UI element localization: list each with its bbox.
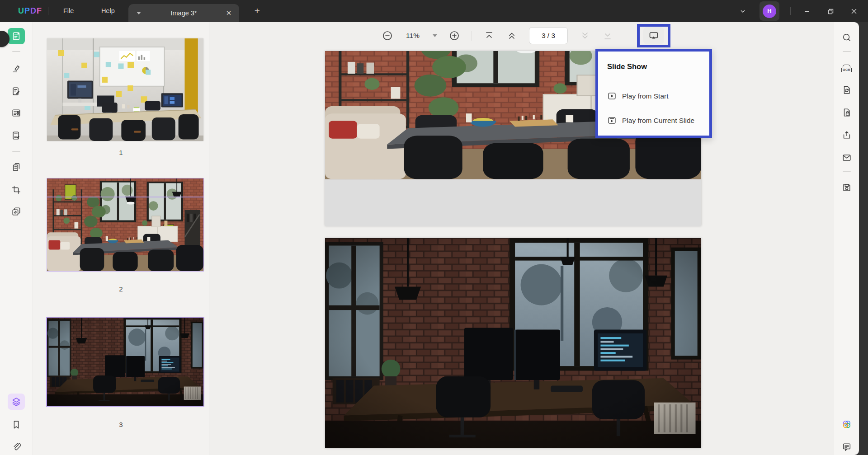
feedback-note-button[interactable]: [838, 439, 855, 455]
bookmarks-panel-button[interactable]: [8, 417, 25, 433]
thumbnail-page-2[interactable]: [47, 178, 203, 271]
crop-tool-button[interactable]: [8, 182, 25, 198]
zoom-in-button[interactable]: [449, 30, 460, 41]
organize-pages-button[interactable]: [8, 159, 25, 175]
new-tab-button[interactable]: +: [251, 5, 263, 17]
sign-tool-button[interactable]: [8, 127, 25, 144]
zoom-dropdown-icon[interactable]: [433, 34, 437, 37]
menu-item-label: Play from Current Slide: [622, 117, 694, 125]
save-button[interactable]: [838, 179, 855, 196]
menu-item-label: Play from Start: [622, 92, 669, 100]
toolbar-divider: [472, 31, 472, 41]
play-from-current-icon: [607, 116, 617, 125]
thumbnail-label-3: 3: [33, 421, 209, 428]
ocr-button[interactable]: OCR: [838, 60, 855, 76]
form-tool-button[interactable]: [8, 105, 25, 121]
tab-close-icon[interactable]: ✕: [224, 8, 234, 18]
avatar: H: [763, 5, 776, 18]
menu-file[interactable]: File: [57, 0, 80, 22]
thumbnail-page-3[interactable]: [47, 318, 203, 406]
reader-mode-button[interactable]: [8, 28, 25, 44]
toolbar-divider-2: [625, 31, 625, 41]
comment-tool-button[interactable]: [8, 61, 25, 77]
previous-page-button[interactable]: [506, 30, 517, 41]
thumbnail-label-1: 1: [33, 149, 209, 156]
restore-button[interactable]: [825, 5, 836, 17]
titlebar-chevron-down-icon[interactable]: [737, 5, 749, 17]
rail-divider-4: [843, 171, 851, 172]
title-bar: UPDF File Help Image 3* ✕ + H: [0, 0, 868, 22]
slideshow-menu: Slide Show Play from Start Play from Cur…: [595, 49, 712, 138]
thumbnail-page-1[interactable]: [47, 38, 203, 141]
rail-divider: [12, 51, 20, 52]
slideshow-menu-title: Slide Show: [607, 62, 647, 71]
tab-title: Image 3*: [128, 4, 239, 22]
slideshow-button[interactable]: [643, 27, 664, 44]
updf-ai-button[interactable]: [838, 416, 855, 432]
document-canvas: 11% 3 / 3 Slide Show: [209, 22, 834, 455]
page-indicator-input[interactable]: 3 / 3: [529, 27, 568, 44]
zoom-out-button[interactable]: [382, 30, 393, 41]
share-button[interactable]: [838, 127, 855, 143]
first-page-button[interactable]: [484, 30, 495, 41]
edit-pdf-button[interactable]: [8, 83, 25, 99]
rail-divider-3: [843, 51, 851, 52]
thumbnails-panel-button[interactable]: [8, 394, 25, 410]
ocr-area-button[interactable]: [8, 203, 25, 220]
updf-logo: UPDF: [18, 6, 42, 16]
page-3-image[interactable]: [325, 238, 701, 448]
document-tab[interactable]: Image 3* ✕: [128, 4, 239, 22]
convert-button[interactable]: [838, 82, 855, 98]
slideshow-button-highlight: Slide Show Play from Start Play from Cur…: [637, 24, 670, 47]
menu-divider: [605, 77, 702, 77]
titlebar-divider-2: [790, 7, 791, 15]
next-page-button[interactable]: [580, 30, 590, 41]
email-button[interactable]: [838, 150, 855, 166]
attachments-panel-button[interactable]: [8, 438, 25, 455]
account-button[interactable]: H: [760, 1, 779, 21]
rail-divider-2: [12, 151, 20, 152]
viewport-indicator: [47, 197, 203, 197]
close-button[interactable]: [848, 5, 860, 17]
view-toolbar: 11% 3 / 3 Slide Show: [209, 22, 834, 49]
left-toolbar: [0, 22, 33, 455]
titlebar-divider: [48, 7, 48, 15]
minimize-button[interactable]: [801, 5, 813, 17]
window-edge: [858, 22, 868, 455]
thumbnail-panel: 1 2 3: [33, 22, 209, 455]
menu-item-play-from-start[interactable]: Play from Start: [607, 89, 705, 103]
right-toolbar: OCR: [834, 22, 859, 455]
search-button[interactable]: [838, 29, 855, 46]
menu-item-play-from-current[interactable]: Play from Current Slide: [607, 114, 705, 127]
last-page-button[interactable]: [602, 30, 613, 41]
play-from-start-icon: [607, 91, 617, 101]
protect-button[interactable]: [838, 104, 855, 121]
menu-help[interactable]: Help: [95, 0, 121, 22]
thumbnail-label-2: 2: [33, 285, 209, 293]
zoom-level: 11%: [405, 32, 421, 40]
